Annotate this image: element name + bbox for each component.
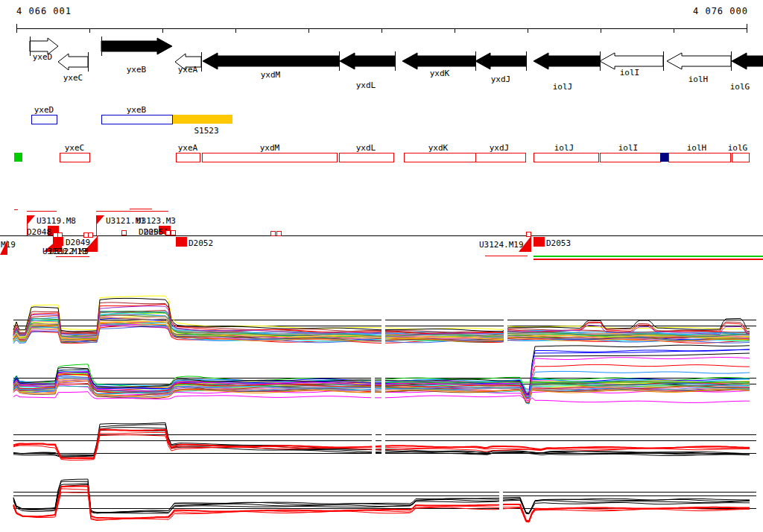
probe-position-marker[interactable] bbox=[57, 232, 62, 237]
orf-row-box-yxdJ[interactable] bbox=[475, 153, 525, 162]
genome-browser-view: 4 066 001 4 076 000 yxeDyxeCyxeByxeAyxdM… bbox=[0, 0, 763, 532]
gene-arrow-iolH[interactable] bbox=[667, 53, 731, 69]
orf-row-box-yxeC[interactable] bbox=[60, 153, 89, 162]
probe-position-marker[interactable] bbox=[165, 230, 170, 235]
gene-label-yxeD: yxeD bbox=[33, 52, 53, 62]
probe-label-U3119.M8: U3119.M8 bbox=[37, 216, 76, 226]
gene-arrow-yxdM[interactable] bbox=[203, 53, 339, 69]
probe-position-marker[interactable] bbox=[121, 230, 126, 235]
gene-arrow-yxdK[interactable] bbox=[402, 53, 475, 69]
gene-label-yxdK: yxdK bbox=[430, 69, 450, 78]
gene-label-iolH: iolH bbox=[688, 75, 709, 84]
probe-label-M19: M19 bbox=[1, 240, 16, 250]
probe-flag-U3121.M1[interactable] bbox=[96, 215, 104, 225]
probe-label-D2048: D2048 bbox=[27, 227, 51, 237]
panel-gap bbox=[371, 347, 375, 414]
gene-arrow-yxdL[interactable] bbox=[340, 53, 395, 69]
panel-gap bbox=[504, 294, 507, 359]
orf-row-label-yxdK: yxdK bbox=[428, 143, 449, 153]
panel-gap bbox=[499, 471, 503, 531]
frame-row-label-yxeD: yxeD bbox=[34, 105, 54, 115]
gene-arrow-iolG[interactable] bbox=[732, 53, 763, 69]
gene-arrow-yxdJ[interactable] bbox=[475, 53, 526, 69]
gene-label-yxdM: yxdM bbox=[261, 70, 281, 80]
frame-row-label-yxeB: yxeB bbox=[127, 105, 147, 115]
probe-label-D2053: D2053 bbox=[546, 238, 571, 248]
probe-position-marker[interactable] bbox=[88, 232, 92, 237]
probe-box-D2052[interactable] bbox=[176, 237, 187, 247]
orf-row-label-iolG: iolG bbox=[728, 143, 748, 153]
orf-row-box-marker-9[interactable] bbox=[660, 153, 668, 162]
expression-curve bbox=[13, 489, 750, 522]
orf-row-box-iolG[interactable] bbox=[732, 153, 749, 162]
orf-row-box-yxdL[interactable] bbox=[339, 153, 393, 162]
orf-row-box-yxdK[interactable] bbox=[404, 153, 475, 162]
frame-row-box-S1523[interactable] bbox=[173, 115, 232, 124]
orf-row-box-iolJ[interactable] bbox=[534, 153, 598, 162]
probe-position-marker[interactable] bbox=[526, 232, 531, 236]
panel-gap bbox=[372, 414, 376, 469]
probe-position-marker[interactable] bbox=[270, 231, 275, 235]
probe-flag-U3119.M8[interactable] bbox=[27, 215, 35, 225]
probe-box-D2049[interactable] bbox=[53, 237, 63, 246]
probe-label-D2052: D2052 bbox=[189, 238, 213, 248]
probe-position-marker[interactable] bbox=[276, 231, 281, 235]
frame-row-box-yxeB[interactable] bbox=[101, 115, 172, 124]
orf-row-box-iolI[interactable] bbox=[600, 153, 660, 162]
gene-label-yxeA: yxeA bbox=[178, 65, 198, 75]
gene-label-yxeB: yxeB bbox=[127, 65, 147, 75]
probe-label-U3123.M3: U3123.M3 bbox=[136, 216, 176, 226]
orf-row-label-yxeA: yxeA bbox=[178, 143, 198, 153]
panel-gap bbox=[382, 347, 385, 414]
panel-3 bbox=[13, 414, 756, 469]
orf-row-label-iolI: iolI bbox=[618, 143, 639, 153]
orf-row-box-yxdM[interactable] bbox=[202, 153, 337, 162]
gene-label-yxdL: yxdL bbox=[356, 80, 376, 90]
panel-4 bbox=[13, 471, 756, 531]
gene-label-yxdJ: yxdJ bbox=[491, 75, 511, 84]
gene-arrow-yxeC[interactable] bbox=[58, 54, 88, 70]
orf-row-label-yxdL: yxdL bbox=[356, 143, 376, 153]
gene-label-yxeC: yxeC bbox=[63, 73, 83, 83]
orf-row-label-iolH: iolH bbox=[687, 143, 707, 153]
frame-row-box-yxeD[interactable] bbox=[31, 115, 57, 124]
orf-row-box-iolH[interactable] bbox=[668, 153, 730, 162]
probe-label-D2051: D2051 bbox=[144, 227, 168, 237]
ruler-end-coordinate: 4 076 000 bbox=[693, 6, 748, 16]
orf-row-box-yxeA[interactable] bbox=[176, 153, 200, 162]
probe-label-U3124.M19: U3124.M19 bbox=[479, 240, 524, 250]
gene-label-iolG: iolG bbox=[730, 82, 750, 92]
gene-label-iolJ: iolJ bbox=[553, 82, 573, 92]
orf-row-label-yxeC: yxeC bbox=[65, 143, 85, 153]
probe-label-U3122.M3: U3122.M3 bbox=[49, 247, 89, 256]
orf-row-box-marker-0[interactable] bbox=[14, 153, 22, 162]
frame-row-label-S1523: S1523 bbox=[194, 126, 218, 136]
probe-box-D2053[interactable] bbox=[534, 237, 545, 247]
orf-row-label-iolJ: iolJ bbox=[554, 143, 574, 153]
probe-label-D2049: D2049 bbox=[66, 238, 90, 247]
probe-position-marker[interactable] bbox=[171, 230, 175, 235]
orf-row-label-yxdM: yxdM bbox=[260, 143, 280, 153]
genome-browser-canvas: yxeDyxeCyxeByxeAyxdMyxdLyxdKyxdJiolJiolI… bbox=[0, 0, 763, 532]
gene-label-iolI: iolI bbox=[620, 68, 640, 77]
expression-curve bbox=[534, 353, 750, 356]
orf-row-label-yxdJ: yxdJ bbox=[490, 143, 510, 153]
probe-position-marker[interactable] bbox=[83, 232, 88, 237]
gene-arrow-iolI[interactable] bbox=[600, 53, 663, 69]
gene-arrow-yxeB[interactable] bbox=[101, 38, 172, 54]
gene-arrow-iolJ[interactable] bbox=[534, 53, 600, 69]
panel-gap bbox=[382, 414, 385, 469]
ruler-start-coordinate: 4 066 001 bbox=[16, 6, 72, 16]
probe-position-marker[interactable] bbox=[53, 232, 57, 237]
